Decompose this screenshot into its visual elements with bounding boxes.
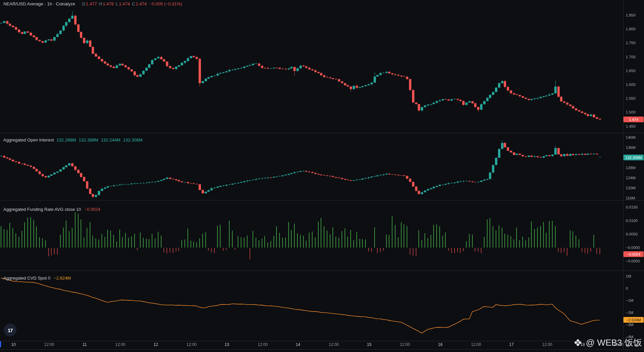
price-axis-label: 1.700 bbox=[626, 55, 636, 59]
price-axis-label: 1.800 bbox=[626, 27, 636, 31]
oi-axis-label: 120M bbox=[626, 186, 636, 190]
time-axis-label: 16 bbox=[438, 342, 442, 347]
cvd-axis-label: −3M bbox=[626, 322, 634, 327]
cvd-value-badge: −2.624M bbox=[623, 317, 644, 323]
ohlc-change-value: −0.005 (−0.31%) bbox=[149, 1, 182, 6]
price-axis-label: 1.450 bbox=[626, 124, 636, 129]
time-axis-label: 12:00 bbox=[400, 342, 410, 347]
price-axis-label: 1.650 bbox=[626, 68, 636, 73]
time-axis-label: 11 bbox=[83, 342, 87, 347]
oi-axis-label: 136M bbox=[626, 145, 636, 150]
cvd-axis-label: 0 bbox=[626, 286, 628, 291]
pane-separator-3[interactable] bbox=[0, 269, 623, 272]
ohlc-close-value: 1.474 bbox=[136, 1, 147, 6]
price-axis[interactable] bbox=[623, 0, 644, 349]
tradingview-logo-icon: 17 bbox=[8, 327, 13, 333]
timeline-edge-marker bbox=[0, 341, 1, 347]
oi-axis-label: 124M bbox=[626, 175, 636, 180]
cvd-legend: Aggregated CVD Spot 0−2.624M bbox=[3, 276, 71, 281]
watermark-text: @ WEB3 饭饭 bbox=[586, 337, 642, 349]
cvd-axis-label: −2M bbox=[626, 310, 634, 315]
ohlc-open-label: O bbox=[82, 1, 85, 6]
funding-axis-label: 0.0100 bbox=[626, 218, 638, 223]
ohlc-close-label: C bbox=[132, 1, 135, 6]
ohlc-open-value: 1.477 bbox=[86, 1, 97, 6]
funding-value: −0.0024 bbox=[84, 207, 100, 212]
tradingview-chart-window: NEAR/USD Average · 1h · CoinalyzeO1.477H… bbox=[0, 0, 644, 352]
cvd-axis-label: −1M bbox=[626, 298, 634, 303]
time-axis-label: 12:00 bbox=[186, 342, 197, 347]
funding-axis-label: 0.0150 bbox=[626, 205, 638, 210]
price-axis-label: 1.550 bbox=[626, 96, 636, 101]
time-axis-label: 17 bbox=[509, 342, 514, 347]
funding-axis-label: −0.0000 bbox=[626, 245, 640, 250]
ohlc-high-value: 1.478 bbox=[103, 1, 114, 6]
oi-value-badge: 132.308M bbox=[623, 155, 644, 160]
oi-open-value: 132.268M bbox=[57, 137, 76, 142]
funding-legend: Aggregated Funding Rate AVG close 10−0.0… bbox=[3, 207, 100, 212]
time-axis-label: 12:00 bbox=[44, 342, 54, 347]
ohlc-low-value: 1.474 bbox=[119, 1, 130, 6]
oi-axis-label: 116M bbox=[626, 196, 635, 200]
oi-legend: Aggregated Open Interest132.268M132.388M… bbox=[3, 137, 143, 142]
price-axis-label: 1.600 bbox=[626, 82, 636, 87]
funding-axis-label: −0.0050 bbox=[626, 259, 640, 263]
cvd-indicator-title[interactable]: Aggregated CVD Spot 0 bbox=[3, 276, 50, 281]
last-price-badge: 1.474 bbox=[623, 117, 644, 122]
time-axis-label: 12:00 bbox=[115, 342, 125, 347]
time-axis-label: 12:00 bbox=[471, 342, 481, 347]
funding-axis-label: 0.0050 bbox=[626, 232, 638, 236]
main-legend: NEAR/USD Average · 1h · CoinalyzeO1.477H… bbox=[3, 1, 182, 6]
price-axis-label: 1.500 bbox=[626, 110, 636, 115]
cvd-value: −2.624M bbox=[54, 276, 71, 281]
oi-close-value: 132.308M bbox=[123, 137, 143, 142]
time-axis-label: 12 bbox=[153, 342, 158, 347]
ohlc-low-label: L bbox=[116, 1, 118, 6]
time-axis-label: 13 bbox=[225, 342, 229, 347]
oi-axis-label: 140M bbox=[626, 135, 636, 140]
oi-low-value: 132.244M bbox=[101, 137, 120, 142]
pane-separator-1[interactable] bbox=[0, 132, 623, 134]
cvd-axis-label: 1M bbox=[626, 274, 631, 279]
time-axis-label: 14 bbox=[296, 342, 300, 347]
time-axis-label: 12:00 bbox=[329, 342, 339, 347]
oi-high-value: 132.388M bbox=[79, 137, 98, 142]
time-axis-label: 12:00 bbox=[258, 342, 268, 347]
ohlc-high-label: H bbox=[99, 1, 102, 6]
chart-canvas[interactable] bbox=[0, 0, 644, 352]
binance-diamond-icon: ❖ bbox=[574, 338, 583, 348]
tradingview-logo-button[interactable]: 17 bbox=[4, 324, 17, 337]
funding-value-badge: −0.0024 bbox=[623, 251, 644, 257]
time-axis-label: 12:00 bbox=[542, 342, 552, 347]
price-axis-label: 1.750 bbox=[626, 40, 636, 45]
price-axis-label: 1.850 bbox=[626, 13, 636, 18]
funding-indicator-title[interactable]: Aggregated Funding Rate AVG close 10 bbox=[3, 207, 81, 212]
oi-axis-label: 128M bbox=[626, 165, 636, 170]
watermark: ❖ @ WEB3 饭饭 bbox=[574, 337, 642, 349]
symbol-title[interactable]: NEAR/USD Average · 1h · Coinalyze bbox=[3, 1, 75, 6]
time-axis-label: 10 bbox=[11, 342, 16, 347]
oi-indicator-title[interactable]: Aggregated Open Interest bbox=[3, 137, 54, 142]
time-axis-label: 15 bbox=[367, 342, 371, 347]
pane-separator-2[interactable] bbox=[0, 199, 623, 201]
